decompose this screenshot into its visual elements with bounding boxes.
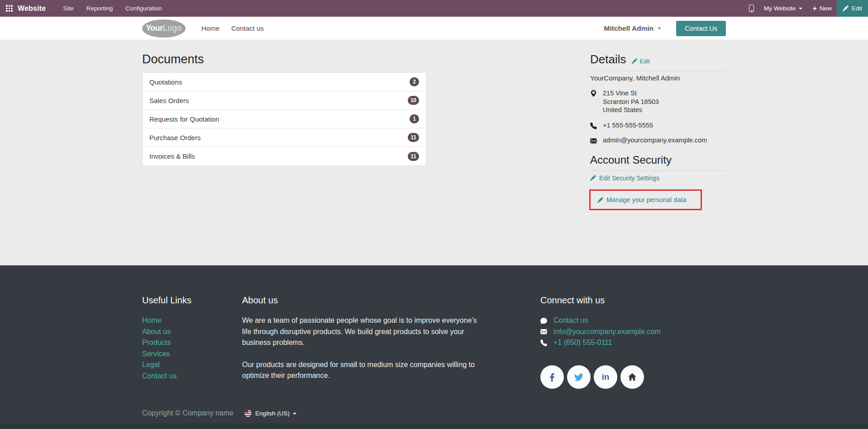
home-button[interactable] — [620, 365, 644, 389]
connect-with-us-title: Connect with us — [540, 295, 726, 306]
site-nav: Home Contact us — [201, 24, 264, 32]
site-logo[interactable]: YourLogo — [142, 19, 186, 38]
mobile-preview-button[interactable] — [744, 0, 759, 17]
annotation-highlight-box: Manage your personal data — [589, 189, 702, 210]
menu-reporting[interactable]: Reporting — [80, 0, 119, 17]
pencil-icon — [843, 5, 849, 11]
pencil-icon — [632, 58, 637, 64]
portal-main: Documents Quotations 2 Sales Orders 10 R… — [0, 40, 868, 265]
map-marker-icon — [590, 90, 597, 97]
list-item-label: Sales Orders — [149, 97, 189, 104]
nav-contact-us[interactable]: Contact us — [231, 24, 264, 32]
user-menu[interactable]: Mitchell Admin — [604, 24, 662, 33]
menu-site[interactable]: Site — [57, 0, 80, 17]
footer-link-services[interactable]: Services — [142, 350, 170, 358]
useful-links-list: Home About us Products Services Legal Co… — [142, 315, 242, 382]
top-navbar: Website Site Reporting Configuration My … — [0, 0, 868, 17]
language-label: English (US) — [255, 410, 290, 417]
menu-configuration[interactable]: Configuration — [119, 0, 168, 17]
account-security-title: Account Security — [590, 154, 726, 166]
footer-link-legal[interactable]: Legal — [142, 361, 160, 368]
footer-contact-us-link[interactable]: Contact us — [553, 315, 588, 326]
linkedin-icon: in — [602, 372, 610, 382]
address-line: Scranton PA 18503 — [603, 98, 659, 106]
count-badge: 11 — [408, 152, 419, 161]
language-switcher[interactable]: English (US) — [244, 410, 296, 417]
linkedin-button[interactable]: in — [594, 365, 617, 389]
nav-home[interactable]: Home — [201, 24, 219, 32]
social-links: in — [540, 365, 726, 389]
divider — [590, 71, 726, 71]
pencil-icon — [590, 175, 596, 181]
details-edit-link[interactable]: Edit — [632, 58, 649, 65]
us-flag-icon — [244, 410, 252, 417]
chevron-down-icon — [658, 28, 661, 29]
copyright-text: Copyright © Company name — [142, 409, 234, 417]
home-icon — [628, 372, 637, 382]
about-us-paragraph-2: Our products are designed for small to m… — [242, 359, 477, 382]
apps-grid-icon[interactable] — [6, 5, 13, 12]
details-email: admin@yourcompany.example.com — [603, 137, 707, 144]
mobile-icon — [749, 5, 754, 12]
twitter-button[interactable] — [567, 365, 591, 389]
page-title: Documents — [142, 52, 426, 66]
site-header: YourLogo Home Contact us Mitchell Admin … — [0, 17, 868, 40]
envelope-icon — [540, 328, 547, 335]
list-item-label: Requests for Quotation — [149, 115, 219, 123]
useful-links-title: Useful Links — [142, 295, 242, 306]
logo-text-your: Your — [146, 24, 163, 33]
list-item-rfq[interactable]: Requests for Quotation 1 — [143, 110, 426, 128]
about-us-paragraph-1: We are a team of passionate people whose… — [242, 315, 477, 349]
details-edit-label: Edit — [639, 58, 649, 65]
count-badge: 10 — [408, 96, 419, 105]
documents-list: Quotations 2 Sales Orders 10 Requests fo… — [142, 72, 426, 166]
new-button-label: New — [820, 5, 832, 12]
website-switcher[interactable]: My Website — [759, 0, 807, 17]
footer-copyright-row: Copyright © Company name English (US) — [0, 409, 868, 423]
contact-us-button[interactable]: Contact Us — [676, 21, 726, 36]
company-line: YourCompany, Mitchell Admin — [590, 74, 726, 82]
about-us-title: About us — [242, 295, 477, 306]
edit-button-label: Edit — [852, 5, 862, 12]
manage-personal-data-label: Manage your personal data — [606, 196, 687, 203]
list-item-purchase-orders[interactable]: Purchase Orders 11 — [143, 128, 426, 147]
phone-icon — [540, 339, 547, 346]
app-name[interactable]: Website — [18, 5, 46, 13]
comment-icon — [540, 317, 547, 324]
address-block: 215 Vine St Scranton PA 18503 United Sta… — [603, 89, 659, 114]
footer-phone-link[interactable]: +1 (650) 555-0111 — [553, 337, 612, 349]
edit-security-settings-label: Edit Security Settings — [599, 174, 659, 182]
footer-link-about-us[interactable]: About us — [142, 328, 171, 335]
count-badge: 1 — [410, 114, 419, 123]
edit-security-settings-link[interactable]: Edit Security Settings — [590, 174, 659, 182]
envelope-icon — [590, 137, 597, 144]
footer-link-products[interactable]: Products — [142, 339, 171, 346]
phone-icon — [590, 123, 597, 129]
facebook-icon — [548, 372, 557, 382]
pencil-icon — [597, 197, 603, 203]
plus-icon: + — [812, 5, 816, 12]
list-item-invoices-bills[interactable]: Invoices & Bills 11 — [143, 147, 426, 165]
footer-bottom-strip — [0, 423, 868, 429]
address-line: 215 Vine St — [603, 89, 659, 98]
new-button[interactable]: + New — [807, 0, 836, 17]
list-item-label: Quotations — [149, 78, 182, 86]
details-phone: +1 555-555-5555 — [603, 122, 653, 129]
website-switcher-label: My Website — [764, 5, 796, 12]
manage-personal-data-link[interactable]: Manage your personal data — [597, 196, 687, 203]
chevron-down-icon — [799, 8, 802, 9]
footer-email-link[interactable]: info@yourcompany.example.com — [553, 326, 661, 338]
divider — [590, 170, 726, 171]
caret-up-icon — [293, 412, 296, 414]
edit-button[interactable]: Edit — [837, 0, 868, 17]
facebook-button[interactable] — [540, 365, 564, 389]
site-footer: Useful Links Home About us Products Serv… — [0, 265, 868, 429]
list-item-sales-orders[interactable]: Sales Orders 10 — [143, 91, 426, 110]
twitter-icon — [574, 372, 583, 382]
list-item-quotations[interactable]: Quotations 2 — [143, 73, 426, 91]
footer-link-home[interactable]: Home — [142, 316, 162, 324]
count-badge: 11 — [408, 133, 419, 142]
list-item-label: Invoices & Bills — [149, 152, 195, 160]
count-badge: 2 — [410, 77, 419, 86]
footer-link-contact-us[interactable]: Contact us — [142, 372, 176, 380]
